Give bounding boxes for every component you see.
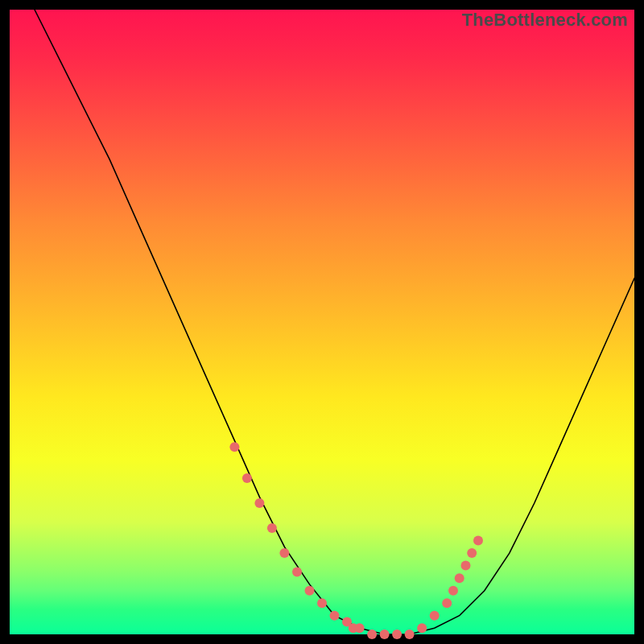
marker-point — [473, 536, 483, 546]
marker-point — [267, 523, 277, 533]
marker-point — [229, 442, 239, 452]
marker-point — [455, 573, 464, 583]
marker-point — [405, 630, 415, 639]
marker-point — [355, 623, 365, 633]
marker-point — [467, 548, 477, 558]
chart-svg — [10, 10, 634, 634]
chart-container: TheBottleneck.com — [0, 0, 644, 644]
marker-point — [430, 611, 440, 621]
marker-point — [279, 548, 289, 558]
marker-point — [442, 598, 452, 608]
marker-point — [305, 586, 315, 596]
marker-point — [367, 630, 377, 639]
marker-point — [317, 598, 327, 608]
marker-point — [330, 611, 340, 621]
highlight-markers — [229, 442, 483, 639]
marker-point — [254, 498, 264, 508]
marker-point — [242, 473, 252, 483]
plot-gradient-area: TheBottleneck.com — [10, 10, 634, 634]
marker-point — [392, 630, 402, 639]
marker-point — [292, 567, 302, 576]
marker-point — [417, 623, 427, 633]
bottleneck-curve — [35, 10, 634, 634]
marker-point — [448, 586, 458, 596]
marker-point — [380, 630, 390, 639]
marker-point — [461, 561, 471, 571]
